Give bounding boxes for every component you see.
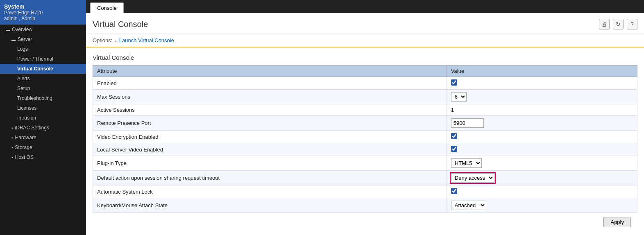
virtual-console-section: Virtual Console Attribute Value EnabledM… bbox=[86, 47, 644, 231]
table-row: Keyboard/Mouse Attach StateAttachedDetac… bbox=[93, 198, 637, 213]
sidebar-label-storage: Storage bbox=[15, 145, 32, 150]
sidebar-item-intrusion[interactable]: Intrusion bbox=[0, 113, 86, 123]
checkbox-4[interactable] bbox=[451, 133, 457, 139]
launch-virtual-console-link[interactable]: Launch Virtual Console bbox=[119, 37, 174, 43]
sidebar-item-virtual-console[interactable]: Virtual Console bbox=[0, 64, 86, 74]
sidebar-item-idrac-settings[interactable]: ▪iDRAC Settings bbox=[0, 123, 86, 133]
value-cell-8 bbox=[447, 185, 637, 198]
sidebar-item-host-os[interactable]: ▪Host OS bbox=[0, 152, 86, 162]
sidebar-item-licenses[interactable]: Licenses bbox=[0, 103, 86, 113]
system-title: System bbox=[4, 3, 82, 10]
table-row: Automatic System Lock bbox=[93, 185, 637, 198]
sidebar-label-intrusion: Intrusion bbox=[17, 115, 36, 121]
sidebar-label-host-os: Host OS bbox=[15, 154, 34, 160]
sidebar-header: System PowerEdge R720 admin , Admin bbox=[0, 0, 86, 25]
sidebar-item-troubleshooting[interactable]: Troubleshooting bbox=[0, 93, 86, 103]
sidebar-item-logs[interactable]: Logs bbox=[0, 44, 86, 54]
page-title: Virtual Console bbox=[93, 20, 148, 29]
value-cell-9: AttachedDetached bbox=[447, 198, 637, 213]
table-row: Video Encryption Enabled bbox=[93, 131, 637, 143]
sidebar: System PowerEdge R720 admin , Admin ▬Ove… bbox=[0, 0, 86, 235]
checkbox-0[interactable] bbox=[451, 79, 457, 86]
system-model: PowerEdge R720 bbox=[4, 10, 82, 16]
main-content: Console Virtual Console 🖨 ↻ ? Options: ›… bbox=[86, 0, 644, 235]
value-cell-0 bbox=[447, 77, 637, 90]
table-header-row: Attribute Value bbox=[93, 66, 637, 77]
select-6[interactable]: HTML5JavaActiveX bbox=[451, 158, 482, 168]
plus-icon: ▪ bbox=[11, 145, 13, 150]
sidebar-item-setup[interactable]: Setup bbox=[0, 84, 86, 93]
attr-cell-8: Automatic System Lock bbox=[93, 185, 447, 198]
section-title: Virtual Console bbox=[93, 54, 637, 61]
minus-icon: ▬ bbox=[6, 27, 10, 32]
table-row: Default action upon session sharing requ… bbox=[93, 171, 637, 185]
text-display-2: 1 bbox=[451, 107, 454, 113]
attr-cell-2: Active Sessions bbox=[93, 104, 447, 116]
sidebar-item-overview[interactable]: ▬Overview bbox=[0, 25, 86, 34]
value-cell-6: HTML5JavaActiveX bbox=[447, 156, 637, 171]
attr-cell-5: Local Server Video Enabled bbox=[93, 143, 447, 156]
sidebar-item-alerts[interactable]: Alerts bbox=[0, 74, 86, 84]
refresh-button[interactable]: ↻ bbox=[613, 19, 624, 29]
attr-cell-7: Default action upon session sharing requ… bbox=[93, 171, 447, 185]
value-cell-7: Deny accessAllow accessPrompt bbox=[447, 171, 637, 185]
plus-icon: ▪ bbox=[11, 155, 13, 160]
sidebar-item-power-thermal[interactable]: Power / Thermal bbox=[0, 54, 86, 64]
attr-cell-3: Remote Presence Port bbox=[93, 116, 447, 131]
sidebar-label-alerts: Alerts bbox=[17, 76, 30, 81]
tab-bar: Console bbox=[86, 0, 644, 13]
col-attribute: Attribute bbox=[93, 66, 447, 77]
attr-cell-1: Max Sessions bbox=[93, 90, 447, 104]
checkbox-5[interactable] bbox=[451, 146, 457, 152]
sidebar-nav: ▬Overview▬ServerLogsPower / ThermalVirtu… bbox=[0, 25, 86, 162]
table-row: Active Sessions1 bbox=[93, 104, 637, 116]
checkbox-8[interactable] bbox=[451, 188, 457, 194]
apply-button[interactable]: Apply bbox=[603, 217, 631, 227]
sidebar-label-server: Server bbox=[18, 36, 32, 42]
value-cell-2: 1 bbox=[447, 104, 637, 116]
sidebar-label-licenses: Licenses bbox=[17, 105, 36, 111]
attr-cell-6: Plug-in Type bbox=[93, 156, 447, 171]
plus-icon: ▪ bbox=[11, 126, 13, 130]
table-row: Plug-in TypeHTML5JavaActiveX bbox=[93, 156, 637, 171]
select-9[interactable]: AttachedDetached bbox=[451, 201, 486, 210]
page-content: Virtual Console 🖨 ↻ ? Options: › Launch … bbox=[86, 13, 644, 235]
options-label: Options: bbox=[93, 37, 112, 43]
value-cell-3 bbox=[447, 116, 637, 131]
options-bar: Options: › Launch Virtual Console bbox=[86, 34, 644, 47]
sidebar-label-hardware: Hardware bbox=[15, 135, 36, 140]
sidebar-item-storage[interactable]: ▪Storage bbox=[0, 142, 86, 152]
sidebar-label-logs: Logs bbox=[17, 46, 28, 52]
system-user: admin , Admin bbox=[4, 16, 82, 21]
attr-cell-4: Video Encryption Enabled bbox=[93, 131, 447, 143]
table-row: Max Sessions612345 bbox=[93, 90, 637, 104]
select-1[interactable]: 612345 bbox=[451, 92, 467, 102]
sidebar-label-setup: Setup bbox=[17, 86, 30, 91]
toolbar-icons: 🖨 ↻ ? bbox=[599, 19, 637, 29]
sidebar-item-server[interactable]: ▬Server bbox=[0, 34, 86, 44]
sidebar-label-power-thermal: Power / Thermal bbox=[17, 56, 53, 62]
value-cell-4 bbox=[447, 131, 637, 143]
config-table: Attribute Value EnabledMax Sessions61234… bbox=[93, 65, 637, 213]
attr-cell-9: Keyboard/Mouse Attach State bbox=[93, 198, 447, 213]
input-3[interactable] bbox=[451, 118, 484, 128]
table-row: Remote Presence Port bbox=[93, 116, 637, 131]
sidebar-label-virtual-console: Virtual Console bbox=[17, 66, 53, 72]
sidebar-label-troubleshooting: Troubleshooting bbox=[17, 95, 52, 101]
console-tab[interactable]: Console bbox=[90, 2, 124, 13]
attr-cell-0: Enabled bbox=[93, 77, 447, 90]
options-arrow: › bbox=[115, 37, 116, 43]
print-button[interactable]: 🖨 bbox=[599, 19, 610, 29]
sidebar-item-hardware[interactable]: ▪Hardware bbox=[0, 133, 86, 142]
plus-icon: ▪ bbox=[11, 136, 13, 140]
minus-icon: ▬ bbox=[11, 37, 16, 42]
apply-bar: Apply bbox=[93, 213, 637, 231]
col-value: Value bbox=[447, 66, 637, 77]
sidebar-label-overview: Overview bbox=[12, 27, 32, 32]
value-cell-5 bbox=[447, 143, 637, 156]
table-row: Local Server Video Enabled bbox=[93, 143, 637, 156]
page-title-bar: Virtual Console 🖨 ↻ ? bbox=[86, 13, 644, 34]
table-row: Enabled bbox=[93, 77, 637, 90]
help-button[interactable]: ? bbox=[627, 19, 637, 29]
select-7[interactable]: Deny accessAllow accessPrompt bbox=[451, 173, 494, 183]
